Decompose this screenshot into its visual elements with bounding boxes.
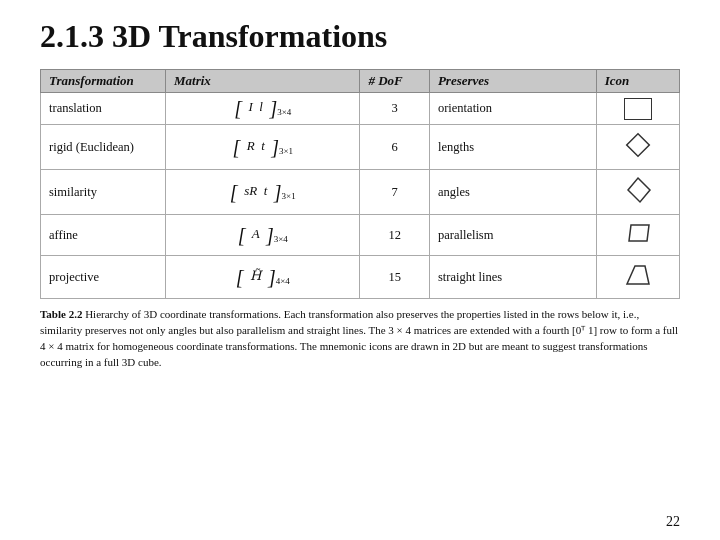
dof-cell: 7 [360, 170, 429, 215]
matrix-expr: [ R t ]3×1 [232, 136, 293, 159]
bracket-right: ] [271, 136, 279, 158]
transformation-label: rigid (Euclidean) [41, 125, 166, 170]
matrix-subscript: 3×4 [277, 107, 291, 117]
matrix-cell: [ H̃ ]4×4 [166, 256, 360, 299]
matrix-subscript: 3×1 [282, 191, 296, 201]
transformation-label: similarity [41, 170, 166, 215]
table-row: affine [ A ]3×4 12 parallelism [41, 215, 680, 256]
transformation-label: projective [41, 256, 166, 299]
matrix-cell: [ I l ]3×4 [166, 93, 360, 125]
dof-cell: 12 [360, 215, 429, 256]
page-number: 22 [666, 514, 680, 530]
svg-marker-2 [629, 225, 649, 241]
bracket-left: [ [238, 224, 246, 246]
header-icon: Icon [596, 70, 679, 93]
matrix-subscript: 4×4 [276, 276, 290, 286]
bracket-left: [ [232, 136, 240, 158]
preserves-cell: parallelism [429, 215, 596, 256]
table-row: projective [ H̃ ]4×4 15 straight lines [41, 256, 680, 299]
bracket-left: [ [234, 97, 242, 119]
matrix-expr: [ H̃ ]4×4 [236, 266, 290, 289]
matrix-cell: [ R t ]3×1 [166, 125, 360, 170]
matrix-cell: [ sR t ]3×1 [166, 170, 360, 215]
matrix-cell: [ A ]3×4 [166, 215, 360, 256]
dof-cell: 15 [360, 256, 429, 299]
svg-rect-0 [626, 134, 649, 157]
transformations-table: Transformation Matrix # DoF Preserves Ic… [40, 69, 680, 299]
matrix-expr: [ I l ]3×4 [234, 97, 291, 120]
matrix-subscript: 3×1 [279, 146, 293, 156]
bracket-right: ] [274, 181, 282, 203]
icon-cell [596, 93, 679, 125]
matrix-content: R t [243, 138, 268, 153]
caption-text: Hierarchy of 3D coordinate transformatio… [40, 308, 678, 368]
header-matrix: Matrix [166, 70, 360, 93]
page: 2.1.3 3D Transformations Transformation … [0, 0, 720, 540]
header-dof: # DoF [360, 70, 429, 93]
table-row: translation [ I l ]3×4 3 orientation [41, 93, 680, 125]
parallelogram-icon [621, 219, 655, 247]
matrix-expr: [ sR t ]3×1 [230, 181, 296, 204]
caption-label: Table 2.2 [40, 308, 82, 320]
icon-cell [596, 170, 679, 215]
skewed-diamond-icon [622, 174, 654, 206]
matrix-subscript: 3×4 [274, 234, 288, 244]
table-row: similarity [ sR t ]3×1 7 angles [41, 170, 680, 215]
dof-cell: 6 [360, 125, 429, 170]
bracket-left: [ [236, 266, 244, 288]
matrix-content: sR t [241, 183, 271, 198]
preserves-cell: angles [429, 170, 596, 215]
table-row: rigid (Euclidean) [ R t ]3×1 6 lengths [41, 125, 680, 170]
matrix-content: I l [245, 99, 266, 114]
header-transformation: Transformation [41, 70, 166, 93]
transformation-label: affine [41, 215, 166, 256]
matrix-content: A [249, 226, 263, 241]
header-preserves: Preserves [429, 70, 596, 93]
dof-cell: 3 [360, 93, 429, 125]
bracket-right: ] [266, 224, 274, 246]
bracket-left: [ [230, 181, 238, 203]
svg-marker-3 [627, 266, 649, 284]
square-icon [624, 98, 652, 120]
preserves-cell: lengths [429, 125, 596, 170]
trapezoid-icon [621, 260, 655, 290]
svg-marker-1 [628, 178, 650, 202]
icon-cell [596, 125, 679, 170]
preserves-cell: orientation [429, 93, 596, 125]
matrix-expr: [ A ]3×4 [238, 224, 288, 247]
matrix-content: H̃ [247, 268, 265, 283]
caption: Table 2.2 Hierarchy of 3D coordinate tra… [40, 307, 680, 371]
preserves-cell: straight lines [429, 256, 596, 299]
bracket-right: ] [268, 266, 276, 288]
icon-cell [596, 215, 679, 256]
diamond-icon [622, 129, 654, 161]
page-title: 2.1.3 3D Transformations [40, 18, 680, 55]
icon-cell [596, 256, 679, 299]
transformation-label: translation [41, 93, 166, 125]
